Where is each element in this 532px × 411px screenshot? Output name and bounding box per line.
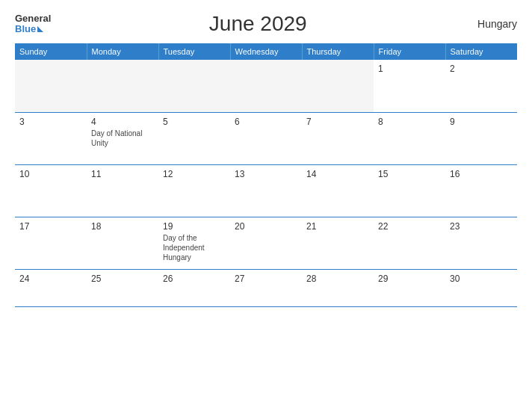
calendar-cell: 22: [374, 217, 445, 269]
calendar-cell: 2: [445, 60, 517, 112]
calendar-week-row: 34Day of National Unity56789: [15, 112, 517, 164]
calendar-cell: [158, 60, 230, 112]
calendar-cell: [302, 60, 374, 112]
day-number: 13: [235, 169, 297, 179]
calendar-cell: 24: [15, 269, 87, 306]
day-number: 3: [19, 117, 82, 127]
day-number: 12: [163, 169, 226, 179]
calendar-cell: 29: [374, 269, 445, 306]
calendar-cell: 3: [15, 112, 87, 164]
calendar-cell: 18: [87, 217, 158, 269]
calendar-cell: 13: [230, 164, 302, 217]
calendar-cell: 19Day of the Independent Hungary: [158, 217, 230, 269]
weekday-header-wednesday: Wednesday: [230, 43, 302, 60]
weekday-header-saturday: Saturday: [445, 43, 517, 60]
weekday-header-row: SundayMondayTuesdayWednesdayThursdayFrid…: [15, 43, 517, 60]
day-number: 20: [235, 221, 297, 232]
logo-general-text: General: [15, 13, 51, 24]
calendar-cell: 23: [445, 217, 517, 269]
day-number: 28: [306, 274, 369, 284]
event-label: Day of the Independent Hungary: [163, 233, 226, 262]
calendar-cell: [87, 60, 158, 112]
calendar-cell: 1: [374, 60, 445, 112]
calendar-cell: 26: [158, 269, 230, 306]
calendar-cell: 12: [158, 164, 230, 217]
day-number: 14: [306, 169, 369, 179]
event-label: Day of National Unity: [91, 129, 154, 148]
calendar-table: SundayMondayTuesdayWednesdayThursdayFrid…: [15, 43, 517, 307]
calendar-cell: [15, 60, 87, 112]
day-number: 24: [19, 274, 82, 284]
calendar-cell: 27: [230, 269, 302, 306]
weekday-header-thursday: Thursday: [302, 43, 374, 60]
calendar-cell: 4Day of National Unity: [87, 112, 158, 164]
calendar-cell: 16: [445, 164, 517, 217]
calendar-cell: 9: [445, 112, 517, 164]
calendar-page: General Blue June 2029 Hungary SundayMon…: [0, 0, 532, 411]
calendar-cell: 7: [302, 112, 374, 164]
calendar-cell: 11: [87, 164, 158, 217]
day-number: 25: [91, 274, 154, 284]
logo-blue-text: Blue: [15, 24, 51, 34]
day-number: 27: [235, 274, 297, 284]
day-number: 11: [91, 169, 154, 179]
calendar-week-row: 24252627282930: [15, 269, 517, 306]
day-number: 16: [450, 169, 513, 179]
weekday-header-sunday: Sunday: [15, 43, 87, 60]
calendar-cell: 5: [158, 112, 230, 164]
calendar-cell: 28: [302, 269, 374, 306]
calendar-title: June 2029: [51, 12, 465, 36]
day-number: 21: [306, 221, 369, 232]
header: General Blue June 2029 Hungary: [15, 12, 517, 36]
calendar-cell: 17: [15, 217, 87, 269]
calendar-cell: 15: [374, 164, 445, 217]
logo: General Blue: [15, 13, 51, 35]
day-number: 22: [378, 221, 441, 232]
day-number: 26: [163, 274, 226, 284]
calendar-cell: 20: [230, 217, 302, 269]
day-number: 19: [163, 221, 226, 232]
calendar-cell: 30: [445, 269, 517, 306]
calendar-week-row: 12: [15, 60, 517, 112]
weekday-header-tuesday: Tuesday: [158, 43, 230, 60]
day-number: 2: [450, 64, 513, 74]
calendar-cell: 10: [15, 164, 87, 217]
weekday-header-monday: Monday: [87, 43, 158, 60]
day-number: 6: [235, 117, 297, 127]
day-number: 23: [450, 221, 513, 232]
calendar-week-row: 10111213141516: [15, 164, 517, 217]
day-number: 1: [378, 64, 441, 74]
calendar-cell: [230, 60, 302, 112]
calendar-cell: 21: [302, 217, 374, 269]
day-number: 17: [19, 221, 82, 232]
country-label: Hungary: [465, 18, 517, 30]
day-number: 29: [378, 274, 441, 284]
day-number: 8: [378, 117, 441, 127]
calendar-cell: 6: [230, 112, 302, 164]
logo-triangle-icon: [37, 26, 43, 32]
weekday-header-friday: Friday: [374, 43, 445, 60]
day-number: 10: [19, 169, 82, 179]
calendar-cell: 8: [374, 112, 445, 164]
day-number: 15: [378, 169, 441, 179]
day-number: 30: [450, 274, 513, 284]
calendar-week-row: 171819Day of the Independent Hungary2021…: [15, 217, 517, 269]
day-number: 9: [450, 117, 513, 127]
day-number: 5: [163, 117, 226, 127]
calendar-cell: 14: [302, 164, 374, 217]
calendar-cell: 25: [87, 269, 158, 306]
day-number: 7: [306, 117, 369, 127]
day-number: 18: [91, 221, 154, 232]
day-number: 4: [91, 117, 154, 127]
